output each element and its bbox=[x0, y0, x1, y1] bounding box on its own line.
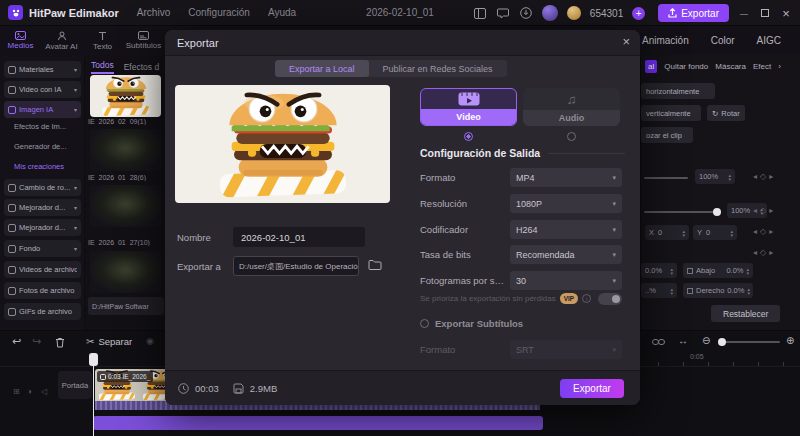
stepper-icon[interactable] bbox=[670, 267, 673, 275]
crop-bottom-input[interactable]: Abajo0.0% bbox=[683, 263, 753, 278]
split-button[interactable]: ✂ Separar bbox=[86, 336, 132, 347]
codificador-select[interactable]: H264▾ bbox=[510, 220, 622, 239]
keyframe-controls[interactable]: ◂◇▸ bbox=[753, 172, 773, 181]
keyframe-prev-icon[interactable]: ◂ bbox=[753, 227, 757, 236]
dialog-close-icon[interactable]: × bbox=[622, 34, 630, 49]
minimize-button[interactable]: — bbox=[738, 9, 750, 18]
keyframe-icon[interactable]: ◇ bbox=[760, 248, 766, 257]
user-avatar[interactable] bbox=[542, 5, 558, 21]
subtab-partial[interactable]: al bbox=[645, 60, 657, 73]
crop-clip-button[interactable]: ozar el clip bbox=[641, 127, 693, 143]
export-subtitles-row[interactable]: Exportar Subtítulos bbox=[420, 318, 523, 329]
subtab-efectos[interactable]: Efect bbox=[753, 62, 771, 71]
browse-folder-icon[interactable] bbox=[368, 259, 382, 271]
timeline-zoom-slider[interactable] bbox=[718, 341, 780, 343]
media-thumb-dark-2[interactable] bbox=[90, 185, 161, 227]
zoom-out-icon[interactable]: ⊖ bbox=[702, 335, 710, 346]
video-type-button[interactable]: Video bbox=[420, 88, 517, 126]
keyframe-next-icon[interactable]: ▸ bbox=[769, 172, 773, 181]
formato-select[interactable]: MP4▾ bbox=[510, 168, 622, 187]
info-icon[interactable]: i bbox=[582, 294, 591, 303]
tab-exportar-local[interactable]: Exportar a Local bbox=[275, 60, 369, 77]
media-thumb-dark-1[interactable] bbox=[90, 129, 161, 171]
layout-panels-icon[interactable] bbox=[473, 6, 487, 20]
name-input[interactable]: 2026-02-10_01 bbox=[233, 227, 365, 247]
tab-animacion[interactable]: Animación bbox=[642, 35, 689, 46]
scale-slider-track-2[interactable] bbox=[644, 211, 718, 213]
keyframe-controls[interactable]: ◂◇▸ bbox=[753, 227, 773, 236]
tab-aigc[interactable]: AIGC bbox=[757, 35, 781, 46]
menu-configuracion[interactable]: Configuración bbox=[188, 7, 250, 18]
lossless-toggle[interactable] bbox=[598, 293, 622, 305]
keyframe-icon[interactable]: ◇ bbox=[760, 206, 766, 215]
rotate-button[interactable]: ↻ Rotar bbox=[707, 105, 745, 121]
zoom-in-icon[interactable]: ⊕ bbox=[786, 335, 794, 346]
media-thumb-dark-3[interactable] bbox=[90, 251, 161, 293]
tab-texto[interactable]: Texto bbox=[82, 26, 123, 55]
scale-value-1[interactable]: 100% bbox=[695, 169, 735, 184]
crop-top-input[interactable]: 0.0% bbox=[641, 263, 677, 278]
link-icon[interactable] bbox=[652, 338, 665, 346]
titlebar-export-button[interactable]: Exportar bbox=[658, 4, 729, 22]
video-radio[interactable] bbox=[464, 132, 473, 141]
sidebar-item-cambio-rostro[interactable]: Cambio de ro...▾ bbox=[4, 179, 81, 196]
sidebar-item-fondo[interactable]: Fondo▾ bbox=[4, 240, 81, 257]
keyframe-prev-icon[interactable]: ◂ bbox=[753, 248, 757, 257]
sidebar-item-video-ia[interactable]: Video con IA▾ bbox=[4, 81, 81, 98]
close-window-button[interactable]: × bbox=[780, 6, 792, 21]
sidebar-item-videos-archivo[interactable]: Videos de archivo bbox=[4, 261, 81, 278]
timeline-track2-clip[interactable] bbox=[93, 416, 543, 430]
tab-medios[interactable]: Medios bbox=[0, 26, 41, 55]
stepper-icon[interactable] bbox=[670, 287, 673, 295]
tab-avatar-ai[interactable]: Avatar AI bbox=[41, 26, 82, 55]
tasa-bits-select[interactable]: Recomendada▾ bbox=[510, 245, 622, 264]
media-tab-todos[interactable]: Todos bbox=[91, 60, 114, 74]
keyframe-controls[interactable]: ◂◇▸ bbox=[753, 248, 773, 257]
crop-right-input[interactable]: Derecho0.0% bbox=[683, 283, 753, 298]
add-coins-button[interactable]: + bbox=[632, 7, 645, 20]
keyframe-icon[interactable]: ◇ bbox=[760, 227, 766, 236]
track-options-icon[interactable]: ⊞ bbox=[13, 387, 20, 396]
sidebar-item-materiales[interactable]: Materiales▾ bbox=[4, 61, 81, 78]
keyframe-controls[interactable]: ◂◇▸ bbox=[753, 206, 773, 215]
menu-archivo[interactable]: Archivo bbox=[137, 7, 170, 18]
resolucion-select[interactable]: 1080P▾ bbox=[510, 194, 622, 213]
subtitle-format-select[interactable]: SRT▾ bbox=[510, 340, 622, 359]
path-input[interactable]: D:/user/桌面/Estudio de Operación bbox=[233, 256, 359, 276]
sidebar-item-mejorador-video[interactable]: Mejorador d...▾ bbox=[4, 199, 81, 216]
media-thumb-burger[interactable] bbox=[90, 75, 161, 117]
keyframe-prev-icon[interactable]: ◂ bbox=[753, 172, 757, 181]
media-tab-efectos[interactable]: Efectos d bbox=[124, 62, 159, 72]
track-visibility-icon[interactable]: ◑ bbox=[27, 387, 32, 396]
sidebar-item-mejorador-imagen[interactable]: Mejorador d...▾ bbox=[4, 219, 81, 236]
flip-horizontal-button[interactable]: horizontalmente bbox=[641, 83, 715, 99]
sidebar-item-imagen-ia[interactable]: Imagen IA▾ bbox=[4, 101, 81, 118]
delete-icon[interactable] bbox=[55, 337, 65, 348]
keyframe-next-icon[interactable]: ▸ bbox=[769, 227, 773, 236]
position-x-input[interactable]: X0 bbox=[645, 225, 689, 240]
stepper-icon[interactable] bbox=[728, 173, 731, 181]
stepper-icon[interactable] bbox=[746, 267, 749, 275]
feedback-icon[interactable] bbox=[496, 6, 510, 20]
keyframe-icon[interactable]: ◇ bbox=[760, 172, 766, 181]
audio-type-button[interactable]: ♫ Audio bbox=[523, 88, 620, 126]
keyframe-next-icon[interactable]: ▸ bbox=[769, 206, 773, 215]
tab-color[interactable]: Color bbox=[711, 35, 735, 46]
tab-publicar-redes[interactable]: Publicar en Redes Sociales bbox=[369, 60, 507, 77]
sidebar-sub-efectos-imagen[interactable]: Efectos de Im... bbox=[14, 119, 82, 133]
sidebar-sub-generador[interactable]: Generador de... bbox=[14, 139, 82, 153]
slider-knob[interactable] bbox=[713, 208, 721, 216]
fit-timeline-icon[interactable]: ↔ bbox=[678, 335, 688, 346]
crop-left-input[interactable]: ..% bbox=[641, 283, 677, 298]
media-path-item[interactable]: D:/HitPaw Softwar bbox=[88, 297, 164, 315]
maximize-button[interactable] bbox=[759, 7, 771, 19]
flip-vertical-button[interactable]: verticalmente bbox=[641, 105, 701, 121]
marker-icon[interactable]: ◉ bbox=[146, 336, 154, 346]
stepper-icon[interactable] bbox=[747, 287, 750, 295]
checkbox-icon[interactable] bbox=[687, 288, 693, 294]
fps-select[interactable]: 30▾ bbox=[510, 271, 622, 290]
subtab-mascara[interactable]: Máscara bbox=[715, 62, 746, 71]
playhead[interactable] bbox=[93, 353, 94, 436]
audio-radio[interactable] bbox=[567, 132, 576, 141]
undo-icon[interactable]: ↩ bbox=[12, 335, 21, 348]
